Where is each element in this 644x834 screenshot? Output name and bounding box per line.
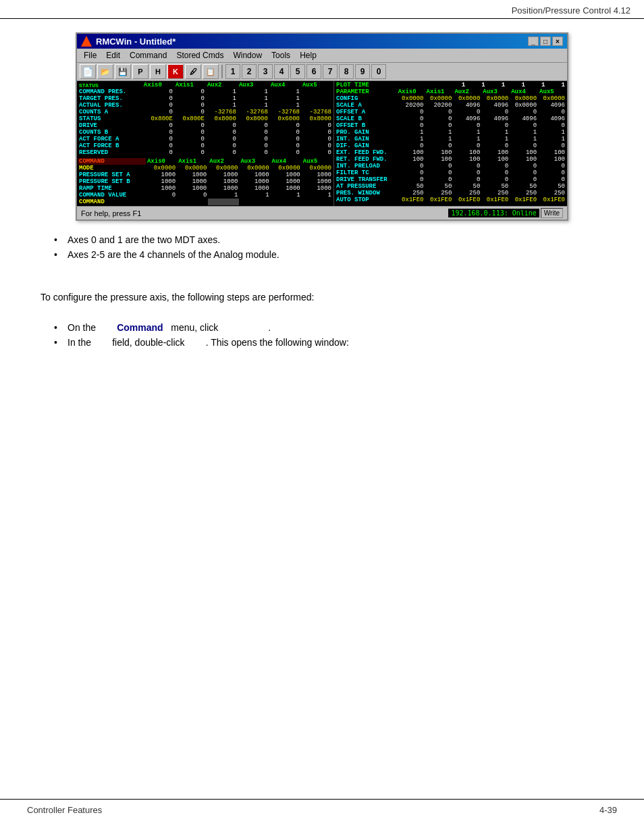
bullet-text-2: Axes 2-5 are the 4 channels of the Analo… bbox=[68, 249, 279, 260]
menubar: File Edit Command Stored Cmds Window Too… bbox=[77, 49, 567, 63]
maximize-button[interactable]: □ bbox=[540, 36, 551, 46]
statusbar-write: Write bbox=[541, 208, 563, 218]
list-item-in-field: In the field, double-click . This opens … bbox=[54, 337, 603, 348]
table-row: PRESSURE SET B 1000 1000 1000 1000 1000 … bbox=[78, 178, 333, 185]
table-row: DRIVE 0 0 0 0 0 0 bbox=[78, 122, 333, 129]
page-header: Position/Pressure Control 4.12 bbox=[0, 0, 644, 19]
table-row: INT. PRELOAD 0 0 0 0 0 0 bbox=[335, 163, 566, 170]
table-row: EXT. FEED FWD. 100 100 100 100 100 100 bbox=[335, 149, 566, 156]
toolbar-num-9[interactable]: 9 bbox=[355, 64, 370, 79]
page-footer: Controller Features 4-39 bbox=[0, 799, 644, 820]
statusbar: For help, press F1 192.168.0.113: Online… bbox=[77, 206, 567, 219]
rmcwin-window: RMCWin - Untitled* _ □ × File Edit Comma… bbox=[76, 32, 568, 221]
table-row: PRESSURE SET A 1000 1000 1000 1000 1000 … bbox=[78, 172, 333, 178]
parameter-table: PARAMETER Axis0 Axis1 Aux2 Aux3 Aux4 Aux… bbox=[335, 88, 566, 203]
bullet-list-2: On the Command menu, click . In the fiel… bbox=[54, 322, 603, 348]
table-row: CONFIG 0x0000 0x0000 0x0000 0x0000 0x000… bbox=[335, 95, 566, 102]
statusbar-help-text: For help, press F1 bbox=[81, 209, 141, 217]
content-area: RMCWin - Untitled* _ □ × File Edit Comma… bbox=[0, 19, 644, 369]
data-right-panel: PLOT TIME 1 1 1 1 1 1 PARAMETER Axis0 Ax… bbox=[333, 81, 567, 206]
toolbar-save-icon[interactable]: 💾 bbox=[115, 64, 131, 79]
table-row: AUTO STOP 0x1FE0 0x1FE0 0x1FE0 0x1FE0 0x… bbox=[335, 197, 566, 203]
table-row: STATUS 0x800E 0x800E 0x8000 0x8000 0x600… bbox=[78, 115, 333, 122]
table-row: COMMAND bbox=[78, 199, 333, 205]
bullet-text-1: Axes 0 and 1 are the two MDT axes. bbox=[68, 234, 220, 245]
table-row: MODE 0x0000 0x0000 0x0000 0x0000 0x0000 … bbox=[78, 165, 333, 172]
table-row: FILTER TC 0 0 0 0 0 0 bbox=[335, 170, 566, 176]
toolbar-doc-icon[interactable]: 📄 bbox=[80, 64, 96, 79]
list-item: Axes 2-5 are the 4 channels of the Analo… bbox=[54, 249, 603, 260]
list-item: Axes 0 and 1 are the two MDT axes. bbox=[54, 234, 603, 245]
command-menu-ref: Command bbox=[117, 322, 163, 333]
table-row: SCALE B 0 0 4096 4096 4096 4096 bbox=[335, 115, 566, 122]
toolbar-copy-icon[interactable]: 📋 bbox=[203, 64, 219, 79]
table-row: TARGET PRES. 0 0 1 1 1 bbox=[78, 95, 333, 102]
data-area: STATUS Axis0 Axis1 Aux2 Aux3 Aux4 Aux5 C… bbox=[77, 81, 567, 206]
page-header-title: Position/Pressure Control 4.12 bbox=[512, 5, 630, 16]
plot-time-table: PLOT TIME 1 1 1 1 1 1 bbox=[335, 82, 566, 88]
table-row: PRES. WINDOW 250 250 250 250 250 250 bbox=[335, 190, 566, 197]
table-row: DIF. GAIN 0 0 0 0 0 0 bbox=[335, 142, 566, 149]
toolbar-p-button[interactable]: P bbox=[132, 64, 149, 79]
data-left-panel: STATUS Axis0 Axis1 Aux2 Aux3 Aux4 Aux5 C… bbox=[77, 81, 333, 206]
table-row: COUNTS B 0 0 0 0 0 0 bbox=[78, 129, 333, 136]
statusbar-connection: 192.168.0.113: Online bbox=[448, 209, 539, 217]
footer-right: 4-39 bbox=[599, 805, 617, 815]
table-row: SCALE A 20200 20200 4096 4096 0x0000 409… bbox=[335, 102, 566, 109]
body-paragraph: To configure the pressure axis, the foll… bbox=[41, 290, 603, 305]
table-row: COMMAND PRES. 0 0 1 1 1 bbox=[78, 88, 333, 95]
toolbar-num-8[interactable]: 8 bbox=[339, 64, 354, 79]
table-row: OFFSET B 0 0 0 0 0 0 bbox=[335, 122, 566, 129]
bullet-list-1: Axes 0 and 1 are the two MDT axes. Axes … bbox=[54, 234, 603, 260]
table-row: RET. FEED FWD. 100 100 100 100 100 100 bbox=[335, 156, 566, 163]
table-row: ACT FORCE B 0 0 0 0 0 0 bbox=[78, 142, 333, 149]
menu-tools[interactable]: Tools bbox=[267, 50, 294, 61]
toolbar-num-1[interactable]: 1 bbox=[225, 64, 240, 79]
table-row: RESERVED 0 0 0 0 0 0 bbox=[78, 149, 333, 156]
status-table: STATUS Axis0 Axis1 Aux2 Aux3 Aux4 Aux5 C… bbox=[78, 82, 333, 156]
command-table: COMMAND Axis0 Axis1 Aux2 Aux3 Aux4 Aux5 … bbox=[78, 158, 333, 205]
toolbar-pen-icon[interactable]: 🖊 bbox=[185, 64, 201, 79]
titlebar-controls[interactable]: _ □ × bbox=[528, 36, 563, 46]
table-row: OFFSET A 0 0 0 0 0 0 bbox=[335, 109, 566, 115]
minimize-button[interactable]: _ bbox=[528, 36, 539, 46]
list-item-on-menu: On the Command menu, click . bbox=[54, 322, 603, 333]
menu-stored-cmds[interactable]: Stored Cmds bbox=[172, 50, 227, 61]
toolbar-num-5[interactable]: 5 bbox=[290, 64, 305, 79]
toolbar-num-2[interactable]: 2 bbox=[242, 64, 257, 79]
toolbar: 📄 📂 💾 P H K 🖊 📋 1 2 3 4 5 6 7 8 9 0 bbox=[77, 63, 567, 81]
titlebar-left: RMCWin - Untitled* bbox=[81, 36, 176, 47]
toolbar-h-button[interactable]: H bbox=[150, 64, 166, 79]
table-row: PRO. GAIN 1 1 1 1 1 1 bbox=[335, 129, 566, 136]
toolbar-open-icon[interactable]: 📂 bbox=[97, 64, 113, 79]
rmcwin-titlebar: RMCWin - Untitled* _ □ × bbox=[77, 34, 567, 49]
menu-command[interactable]: Command bbox=[126, 50, 171, 61]
window-title: RMCWin - Untitled* bbox=[96, 36, 176, 47]
menu-help[interactable]: Help bbox=[296, 50, 321, 61]
table-row: RAMP TIME 1000 1000 1000 1000 1000 1000 bbox=[78, 185, 333, 192]
table-row: INT. GAIN 1 1 1 1 1 1 bbox=[335, 136, 566, 142]
menu-edit[interactable]: Edit bbox=[102, 50, 124, 61]
toolbar-num-0[interactable]: 0 bbox=[371, 64, 386, 79]
table-row: ACT FORCE A 0 0 0 0 0 0 bbox=[78, 136, 333, 142]
table-row: COUNTS A 0 0 -32768 -32768 -32768 -32768 bbox=[78, 109, 333, 115]
close-button[interactable]: × bbox=[552, 36, 563, 46]
toolbar-separator bbox=[221, 65, 223, 78]
menu-window[interactable]: Window bbox=[229, 50, 266, 61]
table-row: ACTUAL PRES. 0 0 1 1 1 bbox=[78, 102, 333, 109]
toolbar-num-6[interactable]: 6 bbox=[306, 64, 321, 79]
app-icon bbox=[81, 36, 92, 47]
toolbar-num-4[interactable]: 4 bbox=[274, 64, 289, 79]
table-row: DRIVE TRANSFER 0 0 0 0 0 0 bbox=[335, 176, 566, 183]
statusbar-right: 192.168.0.113: Online Write bbox=[448, 208, 563, 218]
footer-left: Controller Features bbox=[27, 805, 102, 815]
table-row: AT PRESSURE 50 50 50 50 50 50 bbox=[335, 183, 566, 190]
menu-file[interactable]: File bbox=[80, 50, 101, 61]
toolbar-k-button[interactable]: K bbox=[167, 64, 184, 79]
table-row: COMMAND VALUE 0 0 1 1 1 1 bbox=[78, 192, 333, 199]
toolbar-num-7[interactable]: 7 bbox=[323, 64, 338, 79]
toolbar-num-3[interactable]: 3 bbox=[258, 64, 273, 79]
